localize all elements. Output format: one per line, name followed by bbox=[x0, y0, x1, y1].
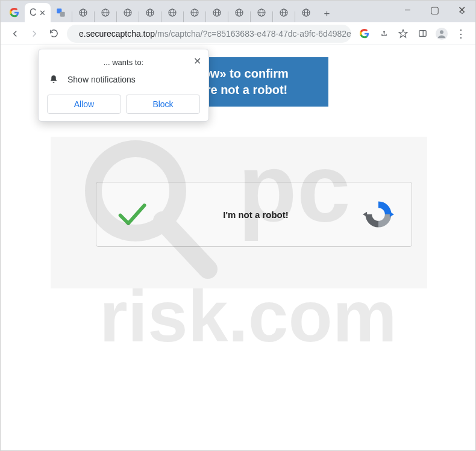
new-tab-button[interactable]: + bbox=[319, 5, 336, 22]
tab-separator bbox=[272, 11, 273, 22]
permission-label: Show notifications bbox=[67, 75, 136, 84]
share-icon bbox=[379, 28, 389, 39]
browser-window: – ▢ ✕ C ✕ + bbox=[0, 0, 476, 451]
popup-close-button[interactable]: ✕ bbox=[193, 55, 201, 67]
minimize-button[interactable]: – bbox=[394, 1, 421, 19]
tab-separator bbox=[116, 11, 117, 22]
google-icon bbox=[360, 29, 369, 39]
tab-separator bbox=[250, 11, 251, 22]
tab-separator bbox=[94, 11, 95, 22]
captcha-card[interactable]: I'm not a robot! bbox=[96, 182, 412, 247]
svg-point-39 bbox=[440, 30, 443, 34]
tab-pinned[interactable] bbox=[274, 3, 294, 22]
tab-pinned[interactable] bbox=[162, 3, 183, 22]
tab-separator bbox=[205, 11, 206, 22]
address-bar: e.securecaptcha.top/ms/captcha/?c=851636… bbox=[1, 22, 475, 45]
tab-pinned[interactable] bbox=[140, 3, 160, 22]
allow-button[interactable]: Allow bbox=[47, 95, 121, 114]
captcha-label: I'm not a robot! bbox=[149, 210, 362, 220]
tab-separator bbox=[72, 11, 72, 22]
tab-separator bbox=[139, 11, 139, 22]
side-panel-button[interactable] bbox=[413, 24, 432, 43]
globe-icon bbox=[257, 8, 266, 17]
tab-title: C bbox=[30, 7, 37, 18]
svg-rect-36 bbox=[419, 31, 425, 37]
window-controls: – ▢ ✕ bbox=[394, 1, 475, 19]
tab-pinned[interactable] bbox=[251, 3, 272, 22]
globe-icon bbox=[234, 8, 244, 17]
tab-pinned[interactable] bbox=[207, 3, 227, 22]
recaptcha-icon bbox=[362, 198, 395, 231]
back-button[interactable] bbox=[5, 24, 25, 43]
url-path: /ms/captcha/?c=85163683-e478-47dc-a9fc-6… bbox=[155, 29, 351, 39]
profile-button[interactable] bbox=[432, 24, 451, 43]
url-field[interactable]: e.securecaptcha.top/ms/captcha/?c=851636… bbox=[67, 25, 351, 43]
close-window-button[interactable]: ✕ bbox=[448, 1, 475, 19]
profile-icon bbox=[435, 27, 448, 40]
star-icon bbox=[398, 28, 409, 39]
notification-permission-popup: ✕ ... wants to: Show notifications Allow… bbox=[38, 49, 209, 122]
globe-icon bbox=[123, 8, 133, 17]
globe-icon bbox=[190, 8, 199, 17]
svg-marker-40 bbox=[390, 212, 394, 217]
bookmark-button[interactable] bbox=[393, 24, 413, 43]
svg-marker-41 bbox=[363, 212, 367, 217]
arrow-right-icon bbox=[29, 28, 40, 39]
tab-pinned[interactable] bbox=[229, 3, 249, 22]
tab-pinned-google[interactable] bbox=[4, 3, 25, 22]
block-button[interactable]: Block bbox=[126, 95, 200, 114]
tab-pinned[interactable] bbox=[184, 3, 205, 22]
forward-button[interactable] bbox=[25, 24, 44, 43]
globe-icon bbox=[301, 8, 311, 17]
tab-close-button[interactable]: ✕ bbox=[39, 8, 46, 17]
checkmark-icon bbox=[113, 196, 149, 232]
reload-button[interactable] bbox=[44, 24, 63, 43]
globe-icon bbox=[212, 8, 222, 17]
tab-pinned[interactable] bbox=[296, 3, 316, 22]
tab-pinned[interactable] bbox=[95, 3, 116, 22]
bell-icon bbox=[48, 74, 59, 85]
popup-title: ... wants to: bbox=[47, 58, 200, 67]
globe-icon bbox=[78, 8, 88, 17]
share-button[interactable] bbox=[374, 24, 393, 43]
globe-icon bbox=[279, 8, 289, 17]
tab-separator bbox=[161, 11, 161, 22]
panel-icon bbox=[418, 28, 428, 39]
reload-icon bbox=[49, 28, 59, 39]
menu-button[interactable]: ⋮ bbox=[451, 24, 471, 43]
tab-separator bbox=[295, 11, 295, 22]
maximize-button[interactable]: ▢ bbox=[421, 1, 448, 19]
tab-active[interactable]: C ✕ bbox=[25, 3, 51, 22]
tab-separator bbox=[228, 11, 228, 22]
url-host: e.securecaptcha.top bbox=[79, 29, 155, 39]
globe-icon bbox=[145, 8, 155, 17]
google-icon bbox=[10, 8, 19, 17]
tab-separator bbox=[183, 11, 184, 22]
google-search-icon[interactable] bbox=[355, 24, 374, 43]
globe-icon bbox=[101, 8, 110, 17]
svg-rect-1 bbox=[60, 12, 64, 17]
tab-pinned[interactable] bbox=[117, 3, 138, 22]
globe-icon bbox=[168, 8, 177, 17]
popup-buttons: Allow Block bbox=[47, 95, 200, 114]
page-content: I'm not a robot! bbox=[51, 137, 427, 288]
translate-icon bbox=[56, 8, 66, 17]
arrow-left-icon bbox=[10, 28, 20, 39]
tab-pinned[interactable] bbox=[73, 3, 93, 22]
permission-row: Show notifications bbox=[47, 74, 200, 85]
tab-pinned-translate[interactable] bbox=[51, 3, 71, 22]
